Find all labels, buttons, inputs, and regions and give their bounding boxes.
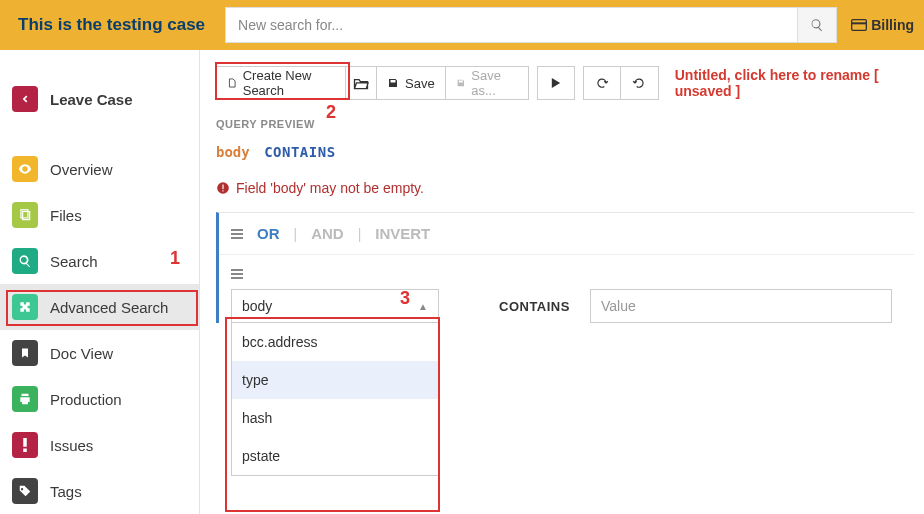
divider: | <box>358 226 362 242</box>
sidebar-item-doc-view[interactable]: Doc View <box>0 330 199 376</box>
button-label: Save <box>405 76 435 91</box>
sidebar-item-overview[interactable]: Overview <box>0 146 199 192</box>
nav-label: Files <box>50 207 82 224</box>
nav-label: Leave Case <box>50 91 133 108</box>
nav-label: Search <box>50 253 98 270</box>
query-op: CONTAINS <box>264 144 335 160</box>
nav-label: Doc View <box>50 345 113 362</box>
annotation-number-3: 3 <box>400 288 410 309</box>
copy-icon <box>12 202 38 228</box>
search-input[interactable] <box>225 7 837 43</box>
exclamation-icon <box>12 432 38 458</box>
query-preview-label: QUERY PREVIEW <box>216 118 914 130</box>
nav-label: Advanced Search <box>50 299 168 316</box>
sidebar-item-advanced-search[interactable]: Advanced Search <box>0 284 199 330</box>
leave-case-button[interactable]: Leave Case <box>0 76 199 122</box>
value-input[interactable] <box>590 289 892 323</box>
billing-label: Billing <box>871 17 914 33</box>
drag-handle-icon[interactable] <box>231 229 243 239</box>
drag-handle-icon[interactable] <box>231 269 902 279</box>
dropdown-option[interactable]: hash <box>232 399 438 437</box>
operator-label: CONTAINS <box>499 299 570 314</box>
search-toolbar: Create New Search Save Save as... <box>216 66 914 100</box>
dropdown-option[interactable]: bcc.address <box>232 323 438 361</box>
operator-or[interactable]: OR <box>257 225 280 242</box>
eye-icon <box>12 156 38 182</box>
puzzle-icon <box>12 294 38 320</box>
toolbar-group-run <box>537 66 575 100</box>
run-button[interactable] <box>537 66 575 100</box>
search-icon <box>810 18 824 32</box>
search-button[interactable] <box>797 7 837 43</box>
save-icon <box>387 77 399 89</box>
operator-invert[interactable]: INVERT <box>375 225 430 242</box>
svg-rect-13 <box>231 273 243 275</box>
toolbar-group-file: Create New Search Save Save as... <box>216 66 529 100</box>
query-preview: body CONTAINS <box>216 144 914 160</box>
divider: | <box>294 226 298 242</box>
main-panel: Create New Search Save Save as... <box>200 50 924 514</box>
svg-rect-5 <box>23 449 27 453</box>
redo-icon <box>632 76 646 90</box>
sidebar: Leave Case Overview Files Search Advance… <box>0 50 200 514</box>
play-icon <box>551 77 561 89</box>
button-label: Save as... <box>471 68 517 98</box>
credit-card-icon <box>851 19 867 31</box>
svg-rect-4 <box>23 438 27 447</box>
folder-open-icon <box>353 77 369 90</box>
undo-button[interactable] <box>583 66 621 100</box>
open-button[interactable] <box>346 66 377 100</box>
arrow-left-icon <box>12 86 38 112</box>
bookmark-icon <box>12 340 38 366</box>
toolbar-group-history <box>583 66 659 100</box>
top-header: This is the testing case Billing <box>0 0 924 50</box>
search-title-rename[interactable]: Untitled, click here to rename [ unsaved… <box>675 67 914 99</box>
print-icon <box>12 386 38 412</box>
nav-label: Production <box>50 391 122 408</box>
file-icon <box>227 76 237 90</box>
error-text: Field 'body' may not be empty. <box>236 180 424 196</box>
sidebar-item-issues[interactable]: Issues <box>0 422 199 468</box>
svg-rect-10 <box>231 233 243 235</box>
sidebar-item-tags[interactable]: Tags <box>0 468 199 514</box>
svg-rect-1 <box>852 22 867 24</box>
sidebar-item-files[interactable]: Files <box>0 192 199 238</box>
query-error: Field 'body' may not be empty. <box>216 180 914 196</box>
tag-icon <box>12 478 38 504</box>
save-button[interactable]: Save <box>377 66 446 100</box>
billing-link[interactable]: Billing <box>851 17 914 33</box>
nav-label: Tags <box>50 483 82 500</box>
dropdown-option[interactable]: type <box>232 361 438 399</box>
dropdown-option[interactable]: pstate <box>232 437 438 475</box>
redo-button[interactable] <box>621 66 659 100</box>
svg-rect-0 <box>852 20 867 31</box>
nav-label: Issues <box>50 437 93 454</box>
save-as-button[interactable]: Save as... <box>446 66 529 100</box>
annotation-number-2: 2 <box>326 102 336 123</box>
field-dropdown: bcc.address type hash pstate <box>231 323 439 476</box>
svg-rect-8 <box>222 190 223 191</box>
svg-rect-12 <box>231 269 243 271</box>
magnifier-icon <box>12 248 38 274</box>
error-icon <box>216 181 230 195</box>
annotation-number-1: 1 <box>170 248 180 269</box>
create-new-search-button[interactable]: Create New Search <box>216 66 346 100</box>
save-icon <box>456 77 466 89</box>
undo-icon <box>595 76 609 90</box>
operator-and[interactable]: AND <box>311 225 344 242</box>
query-block: OR | AND | INVERT body ▲ bcc.address typ… <box>216 212 914 323</box>
global-search <box>225 7 837 43</box>
row-handle-area <box>219 255 914 279</box>
query-row: body ▲ bcc.address type hash pstate CONT… <box>219 279 914 323</box>
case-title: This is the testing case <box>18 15 205 35</box>
svg-rect-7 <box>222 185 223 190</box>
query-block-header: OR | AND | INVERT <box>219 213 914 255</box>
nav-label: Overview <box>50 161 113 178</box>
selected-field: body <box>242 298 272 314</box>
button-label: Create New Search <box>243 68 335 98</box>
query-field: body <box>216 144 250 160</box>
chevron-up-icon: ▲ <box>418 301 428 312</box>
svg-rect-9 <box>231 229 243 231</box>
sidebar-item-production[interactable]: Production <box>0 376 199 422</box>
svg-rect-11 <box>231 237 243 239</box>
